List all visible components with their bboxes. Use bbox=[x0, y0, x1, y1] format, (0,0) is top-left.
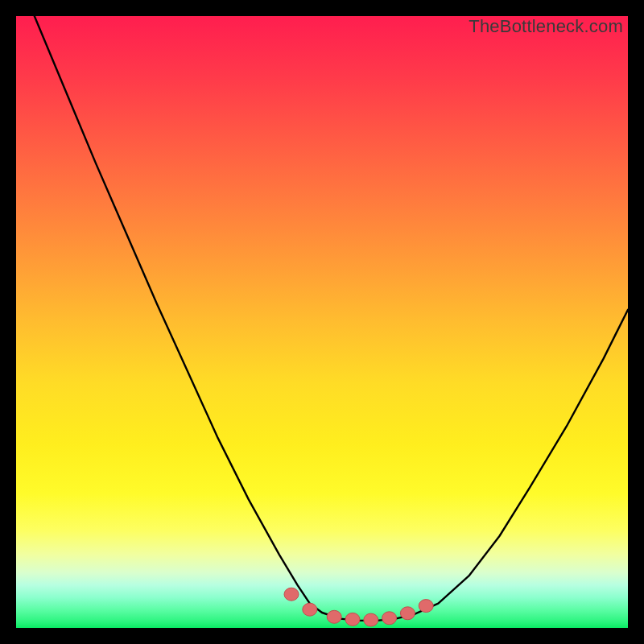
marker-dot bbox=[400, 607, 415, 620]
chart-svg bbox=[16, 16, 628, 628]
chart-frame: TheBottleneck.com bbox=[0, 0, 644, 644]
marker-dot bbox=[382, 612, 397, 625]
marker-dot bbox=[364, 613, 378, 626]
marker-dot bbox=[419, 600, 433, 613]
bottleneck-curve bbox=[35, 16, 628, 621]
marker-dot bbox=[303, 603, 317, 616]
marker-dot bbox=[327, 610, 341, 623]
marker-dot bbox=[345, 613, 360, 625]
optimal-range-markers bbox=[284, 588, 433, 626]
marker-dot bbox=[284, 588, 299, 601]
chart-plot-area: TheBottleneck.com bbox=[16, 16, 628, 628]
